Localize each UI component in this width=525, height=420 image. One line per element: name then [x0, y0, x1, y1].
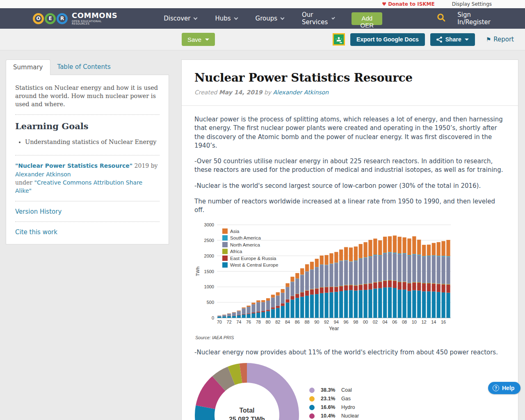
- help-button[interactable]: ? Help: [488, 382, 520, 394]
- bar-segment-1989: [310, 269, 314, 270]
- bar-segment-2001: [368, 240, 372, 256]
- save-button[interactable]: Save: [182, 33, 215, 46]
- donut-center-total-label: Total: [239, 407, 254, 414]
- bar-segment-1985: [290, 282, 294, 296]
- legend-label: South America: [230, 235, 261, 240]
- legend-percent: 23.1%: [321, 396, 341, 402]
- pie-legend-row: 23.1%Gas: [309, 396, 385, 402]
- bar-segment-2016: [441, 284, 445, 292]
- bar-segment-2016: [441, 256, 445, 256]
- bar-segment-1992: [324, 255, 328, 265]
- export-google-docs-button[interactable]: Export to Google Docs: [350, 33, 425, 46]
- paragraph: -Nuclear is the world's second largest s…: [194, 182, 506, 190]
- bar-segment-2003: [378, 288, 382, 317]
- bar-segment-1976: [247, 314, 250, 318]
- license-link[interactable]: "Creative Commons Attribution Share Alik…: [15, 179, 142, 194]
- nav-item-our-services[interactable]: Our Services: [302, 11, 334, 26]
- display-settings-link[interactable]: Display Settings: [452, 1, 492, 7]
- bar-segment-1974: [237, 311, 241, 315]
- nav-item-hubs[interactable]: Hubs: [215, 15, 237, 22]
- bar-segment-1989: [310, 289, 314, 294]
- bar-segment-1979: [261, 300, 265, 302]
- bar-segment-1987: [300, 275, 304, 292]
- bar-segment-1973: [232, 316, 236, 318]
- share-button[interactable]: Share: [430, 33, 475, 46]
- bar-segment-1989: [310, 289, 314, 289]
- x-tick-label: 74: [236, 320, 241, 324]
- bar-segment-1977: [251, 313, 255, 318]
- bar-segment-2005: [388, 280, 392, 287]
- google-classroom-icon[interactable]: [333, 33, 345, 46]
- logo-ring-r: R: [57, 13, 68, 24]
- bar-segment-1994: [334, 252, 338, 262]
- bar-segment-1982: [276, 308, 280, 317]
- x-axis-label: Year: [329, 326, 339, 331]
- bar-segment-1987: [300, 297, 304, 317]
- bar-segment-2012: [422, 291, 426, 318]
- search-icon[interactable]: [437, 13, 446, 24]
- bar-segment-1998: [354, 247, 358, 260]
- tab-summary[interactable]: Summary: [6, 59, 50, 75]
- bar-segment-1974: [237, 315, 241, 315]
- article-body: Nuclear power is the process of splittin…: [182, 106, 518, 420]
- bar-segment-1976: [247, 313, 250, 314]
- bar-segment-1987: [300, 268, 304, 275]
- report-link[interactable]: ⚑Report: [486, 36, 514, 43]
- add-oer-button[interactable]: Add OER: [352, 12, 382, 25]
- bar-segment-2004: [383, 237, 387, 253]
- bar-segment-1975: [242, 314, 246, 314]
- bar-segment-1984: [285, 287, 289, 299]
- sign-in-register-link[interactable]: Sign In/Register: [457, 11, 492, 26]
- y-tick-label: 2500: [204, 238, 214, 243]
- bar-segment-1975: [242, 315, 246, 318]
- nav-item-groups[interactable]: Groups: [256, 15, 284, 22]
- bar-segment-1994: [334, 287, 338, 292]
- bar-segment-1982: [276, 306, 280, 308]
- y-tick-label: 1500: [204, 269, 214, 274]
- bar-segment-1993: [329, 253, 333, 263]
- bar-segment-1984: [285, 299, 289, 303]
- bar-segment-1999: [359, 290, 363, 318]
- resource-title-link[interactable]: "Nuclear Power Statistics Resource": [15, 162, 132, 169]
- tab-table-of-contents[interactable]: Table of Contents: [50, 59, 118, 75]
- pie-legend-row: 16.6%Hydro: [309, 404, 385, 411]
- bar-segment-2003: [378, 256, 382, 281]
- version-history-link[interactable]: Version History: [15, 208, 62, 215]
- bar-segment-1983: [281, 289, 285, 292]
- x-tick-label: 86: [295, 320, 300, 324]
- bar-segment-1989: [310, 269, 314, 289]
- bar-segment-2011: [417, 254, 421, 255]
- chevron-down-icon: [194, 16, 198, 20]
- legend-swatch: [222, 242, 228, 247]
- legend-label: Gas: [341, 396, 351, 402]
- bar-segment-2010: [412, 254, 416, 255]
- bar-segment-2004: [383, 288, 387, 318]
- bar-segment-2007: [398, 290, 402, 318]
- bar-segment-1977: [251, 313, 255, 313]
- x-tick-label: 94: [334, 320, 339, 324]
- bar-segment-2012: [422, 256, 426, 257]
- oer-commons-logo[interactable]: O E R COMMONS OPEN EDUCATIONAL RESOURCES: [33, 12, 117, 25]
- nav-item-discover[interactable]: Discover: [164, 15, 197, 22]
- divider: [15, 114, 160, 115]
- legend-label: North America: [230, 242, 260, 247]
- bar-segment-1985: [290, 276, 294, 281]
- bar-segment-1996: [344, 285, 348, 290]
- author-link[interactable]: Alexander Atkinson: [15, 171, 71, 178]
- bar-segment-1992: [324, 292, 328, 317]
- bar-segment-1981: [271, 307, 275, 309]
- y-tick-label: 1000: [204, 284, 214, 289]
- bar-segment-1988: [305, 272, 309, 290]
- stacked-bar-chart-svg: 050010001500200025003000TWh7072747678808…: [194, 222, 453, 332]
- bar-segment-2008: [402, 290, 406, 318]
- bar-segment-1988: [305, 290, 309, 295]
- bar-segment-1986: [295, 278, 299, 279]
- bar-segment-2010: [412, 282, 416, 283]
- cite-this-work-link[interactable]: Cite this work: [15, 228, 57, 236]
- donate-link[interactable]: ♥Donate to ISKME: [382, 1, 434, 7]
- bar-segment-2013: [427, 256, 431, 283]
- bar-segment-2016: [441, 284, 445, 284]
- author-link[interactable]: Alexander Atkinson: [273, 89, 329, 96]
- heart-icon: ♥: [382, 1, 386, 7]
- bar-segment-1972: [227, 313, 231, 314]
